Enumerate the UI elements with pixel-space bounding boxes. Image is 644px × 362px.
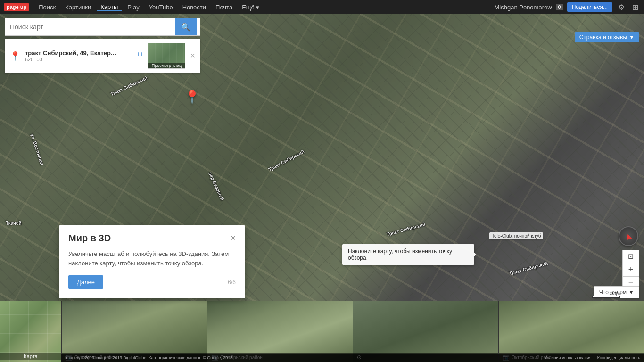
route-icon[interactable]: ⑂ [137,50,143,61]
dialog-next-button[interactable]: Далее [68,275,103,289]
street-view-thumbnail[interactable]: Просмотр улиц [148,43,185,69]
help-arrow-icon: ▼ [629,34,635,41]
dialog-body: Увеличьте масштаб и полюбуйтесь на 3D-зд… [68,249,236,268]
compass-circle[interactable]: ▲ [619,226,638,246]
dialog-footer: Далее 6/6 [68,275,236,289]
close-card-button[interactable]: × [190,51,195,61]
tilt-tooltip: Наклоните карту, чтобы изменить точку об… [342,244,474,265]
grid-icon[interactable]: ⊞ [630,3,640,12]
nav-item-maps[interactable]: Карты [97,3,122,11]
attribution-text: Imagery ©2013 Image © 2013 DigitalGlobe,… [65,355,539,360]
page-up-badge: page up [4,3,29,11]
usage-terms-link[interactable]: Условия использования [545,355,592,360]
street-photo-1[interactable]: 📷 Октябрьский район [61,301,207,362]
dialog-title: Мир в 3D [68,233,111,244]
nav-item-play[interactable]: Play [124,4,143,11]
privacy-link[interactable]: Конфиденциальность [597,355,640,360]
scale-bar: 200 м [592,290,620,298]
map-controls: ⊡ + − [622,250,639,289]
search-input[interactable] [5,18,175,35]
nav-item-search[interactable]: Поиск [35,4,59,11]
location-icon: 📍 [10,51,20,61]
address-card: 📍 тракт Сибирский, 49, Екатер... 620100 … [5,39,200,73]
nav-item-news[interactable]: Новости [179,4,210,11]
user-area: Mishgan Ponomarew 0 Поделиться... ⚙ ⊞ [494,2,640,12]
street-photo-3[interactable]: ⊙ [353,301,498,362]
attribution-bar: Imagery ©2013 Image © 2013 DigitalGlobe,… [61,354,644,362]
nav-item-images[interactable]: Картинки [61,4,95,11]
map-thumb-label: Карта [0,353,61,360]
nav-item-youtube[interactable]: YouTube [145,4,177,11]
user-name[interactable]: Mishgan Ponomarew [494,4,552,11]
street-photo-2[interactable]: 📷 Октябрьский район [207,301,353,362]
nav-item-more[interactable]: Ещё ▾ [238,4,263,11]
bottom-panel: Карта 📷 Октябрьский район 📷 Октябрьский … [0,301,644,362]
nav-item-mail[interactable]: Почта [212,4,236,11]
map-thumbnail[interactable]: Карта [0,301,61,362]
dialog-header: Мир в 3D × [68,233,236,244]
settings-icon[interactable]: ⚙ [616,3,627,12]
compass[interactable]: ▲ [619,226,638,246]
search-bar: 🔍 [5,18,200,36]
address-main: тракт Сибирский, 49, Екатер... [25,49,132,57]
street-photo-4[interactable]: 📷 Октябрьский район [498,301,644,362]
help-label: Справка и отзывы [579,34,627,41]
world-3d-dialog: Мир в 3D × Увеличьте масштаб и полюбуйте… [59,225,245,298]
user-count: 0 [556,4,563,10]
street-view-label: Просмотр улиц [148,63,185,68]
dialog-counter: 6/6 [228,279,236,286]
place-marker[interactable]: 📍 [184,90,200,105]
search-input-wrap: 🔍 [5,18,200,36]
address-sub: 620100 [25,57,132,62]
share-button[interactable]: Поделиться... [567,2,612,12]
compass-arrow-icon: ▲ [623,230,634,242]
nearby-arrow-icon: ▼ [628,289,634,296]
search-icon: 🔍 [181,23,190,32]
scale-line [592,296,620,298]
topbar: page up Поиск Картинки Карты Play YouTub… [0,0,644,14]
search-button[interactable]: 🔍 [175,18,197,35]
right-controls: Справка и отзывы ▼ [575,32,639,42]
tilt-button[interactable]: ⊡ [622,250,639,263]
scale-label: 200 м [609,290,620,295]
zoom-in-button[interactable]: + [622,263,639,276]
address-text: тракт Сибирский, 49, Екатер... 620100 [25,49,132,62]
dialog-close-button[interactable]: × [231,233,236,243]
help-button[interactable]: Справка и отзывы ▼ [575,32,639,42]
